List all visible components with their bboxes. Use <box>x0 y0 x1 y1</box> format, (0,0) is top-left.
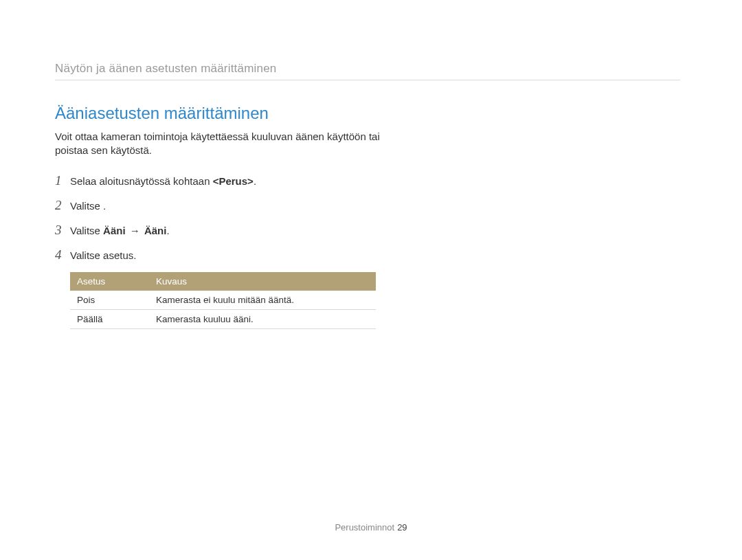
step-number: 4 <box>55 247 70 262</box>
settings-table: Asetus Kuvaus Pois Kamerasta ei kuulu mi… <box>70 272 376 329</box>
arrow-right-icon: → <box>128 225 142 236</box>
step1-bold: <Perus> <box>213 175 254 187</box>
step3-prefix: Valitse <box>70 225 103 236</box>
table-row: Päällä Kamerasta kuuluu ääni. <box>70 309 376 328</box>
table-cell-description: Kamerasta ei kuulu mitään ääntä. <box>149 291 376 310</box>
step-number: 2 <box>55 198 70 213</box>
step-number: 1 <box>55 173 70 188</box>
table-header-setting: Asetus <box>70 272 149 291</box>
page-footer: Perustoiminnot29 <box>0 522 742 533</box>
footer-section: Perustoiminnot <box>335 522 394 533</box>
step1-suffix: . <box>254 175 256 187</box>
step-1: 1 Selaa aloitusnäytössä kohtaan <Perus>. <box>55 173 687 188</box>
step-text: Selaa aloitusnäytössä kohtaan <Perus>. <box>70 175 256 187</box>
steps-list: 1 Selaa aloitusnäytössä kohtaan <Perus>.… <box>55 173 687 262</box>
step3-suffix: . <box>166 225 169 236</box>
table-row: Pois Kamerasta ei kuulu mitään ääntä. <box>70 291 376 310</box>
section-title: Ääniasetusten määrittäminen <box>55 104 687 123</box>
footer-page-number: 29 <box>397 522 407 533</box>
step-text: Valitse Ääni → Ääni. <box>70 225 170 236</box>
table-cell-setting: Päällä <box>70 309 149 328</box>
step1-prefix: Selaa aloitusnäytössä kohtaan <box>70 175 213 187</box>
table-header-description: Kuvaus <box>149 272 376 291</box>
table-header-row: Asetus Kuvaus <box>70 272 376 291</box>
step-text: Valitse asetus. <box>70 249 136 261</box>
step-number: 3 <box>55 223 70 238</box>
table-cell-description: Kamerasta kuuluu ääni. <box>149 309 376 328</box>
step-3: 3 Valitse Ääni → Ääni. <box>55 223 687 238</box>
step3-bold1: Ääni <box>103 225 126 236</box>
step-2: 2 Valitse . <box>55 198 687 213</box>
breadcrumb: Näytön ja äänen asetusten määrittäminen <box>55 62 680 80</box>
manual-page: Näytön ja äänen asetusten määrittäminen … <box>0 0 742 560</box>
step-4: 4 Valitse asetus. <box>55 247 687 262</box>
step-text: Valitse . <box>70 200 106 212</box>
intro-paragraph: Voit ottaa kameran toimintoja käytettäes… <box>55 130 385 158</box>
table-cell-setting: Pois <box>70 291 149 310</box>
step3-bold2: Ääni <box>144 225 167 236</box>
